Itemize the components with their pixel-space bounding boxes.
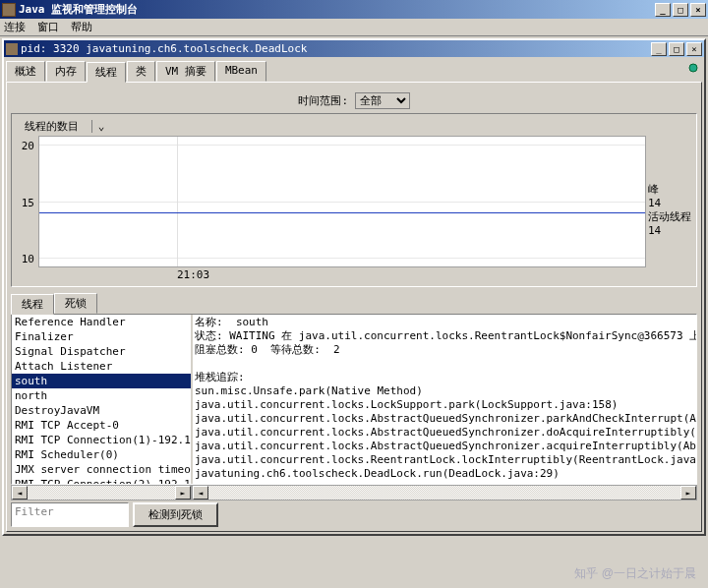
- list-item[interactable]: Finalizer: [12, 329, 191, 344]
- tab-classes[interactable]: 类: [127, 61, 155, 82]
- internal-title: pid: 3320 javatuning.ch6.toolscheck.Dead…: [21, 42, 649, 55]
- threadlist-scrollbar[interactable]: ◄ ►: [11, 485, 192, 500]
- menu-connect[interactable]: 连接: [4, 20, 26, 34]
- chart-title: 线程的数目: [19, 119, 85, 134]
- list-item[interactable]: RMI TCP Connection(1)-192.168.: [12, 433, 191, 447]
- list-item[interactable]: Signal Dispatcher: [12, 344, 191, 359]
- subtab-threads[interactable]: 线程: [11, 294, 54, 315]
- connected-status-icon: [688, 63, 698, 73]
- list-item[interactable]: south: [12, 374, 191, 388]
- timerange-label: 时间范围:: [298, 94, 348, 107]
- tab-vm-summary[interactable]: VM 摘要: [156, 61, 215, 82]
- sub-maximize-icon[interactable]: □: [669, 42, 684, 56]
- list-item[interactable]: DestroyJavaVM: [12, 403, 191, 418]
- thread-split-pane: Reference HandlerFinalizerSignal Dispatc…: [11, 314, 697, 485]
- sub-close-icon[interactable]: ×: [686, 42, 702, 56]
- list-item[interactable]: north: [12, 388, 191, 403]
- list-item[interactable]: RMI Scheduler(0): [12, 447, 191, 462]
- list-item[interactable]: RMI TCP Accept-0: [12, 418, 191, 433]
- chart-collapse-icon[interactable]: ⌄: [91, 120, 111, 133]
- list-item[interactable]: JMX server connection timeout: [12, 462, 191, 477]
- scroll-right-icon[interactable]: ►: [175, 486, 191, 500]
- stack-frame: java.util.concurrent.locks.AbstractQueue…: [195, 426, 694, 440]
- stack-frame: sun.misc.Unsafe.park(Native Method): [195, 384, 694, 398]
- list-item[interactable]: Reference Handler: [12, 315, 191, 329]
- threads-panel: 时间范围: 全部 线程的数目 ⌄ 20 15 10: [6, 82, 702, 532]
- timerange-select[interactable]: 全部: [355, 92, 410, 109]
- stack-frame: java.util.concurrent.locks.AbstractQueue…: [195, 440, 694, 453]
- thread-sub-tabs: 线程 死锁: [11, 293, 697, 314]
- maximize-icon[interactable]: □: [673, 3, 688, 17]
- menu-window[interactable]: 窗口: [37, 20, 59, 34]
- thread-chart-block: 线程的数目 ⌄ 20 15 10 21:03: [11, 113, 697, 287]
- menu-help[interactable]: 帮助: [71, 20, 92, 34]
- list-item[interactable]: Attach Listener: [12, 359, 191, 374]
- connection-icon: [6, 43, 18, 55]
- app-icon: [2, 3, 16, 17]
- main-tabs: 概述 内存 线程 类 VM 摘要 MBean: [6, 59, 702, 82]
- timerange-row: 时间范围: 全部: [11, 87, 697, 113]
- scroll-left-icon[interactable]: ◄: [12, 486, 28, 500]
- scroll-right-icon[interactable]: ►: [680, 486, 696, 500]
- svg-point-0: [689, 64, 697, 72]
- tab-mbean[interactable]: MBean: [216, 61, 266, 82]
- stack-frame: java.util.concurrent.locks.AbstractQueue…: [195, 412, 694, 426]
- subtab-deadlock[interactable]: 死锁: [54, 293, 97, 314]
- main-titlebar: Java 监视和管理控制台 _ □ ×: [0, 0, 708, 19]
- chart-x-tick: 21:03: [177, 268, 209, 281]
- tab-memory[interactable]: 内存: [46, 61, 86, 82]
- sub-minimize-icon[interactable]: _: [651, 42, 667, 56]
- menubar: 连接 窗口 帮助: [0, 19, 708, 36]
- minimize-icon[interactable]: _: [655, 3, 671, 17]
- scroll-left-icon[interactable]: ◄: [193, 486, 208, 500]
- list-item[interactable]: RMI TCP Connection(2)-192.168.: [12, 477, 191, 484]
- thread-list[interactable]: Reference HandlerFinalizerSignal Dispatc…: [12, 315, 193, 484]
- stack-frame: java.util.concurrent.locks.LockSupport.p…: [195, 398, 694, 412]
- filter-input[interactable]: Filter: [11, 502, 129, 527]
- chart-plot[interactable]: 21:03: [38, 136, 646, 267]
- chart-y-axis: 20 15 10: [15, 136, 38, 283]
- detect-deadlock-button[interactable]: 检测到死锁: [133, 502, 218, 527]
- chart-legend: 峰14 活动线程14: [646, 136, 693, 283]
- internal-frame: pid: 3320 javatuning.ch6.toolscheck.Dead…: [2, 38, 706, 536]
- stack-frame: javatuning.ch6.toolscheck.DeadLock.run(D…: [195, 467, 694, 481]
- window-title: Java 监视和管理控制台: [19, 2, 653, 17]
- internal-titlebar: pid: 3320 javatuning.ch6.toolscheck.Dead…: [4, 40, 704, 57]
- detail-scrollbar[interactable]: ◄ ►: [192, 485, 697, 500]
- live-thread-line: [39, 212, 645, 213]
- close-icon[interactable]: ×: [690, 3, 706, 17]
- stack-frame: java.util.concurrent.locks.ReentrantLock…: [195, 453, 694, 467]
- watermark-text: 知乎 @一日之计始于晨: [574, 565, 696, 582]
- tab-threads[interactable]: 线程: [87, 62, 126, 83]
- tab-overview[interactable]: 概述: [6, 61, 45, 82]
- thread-detail: 名称: south 状态: WAITING 在 java.util.concur…: [193, 315, 696, 484]
